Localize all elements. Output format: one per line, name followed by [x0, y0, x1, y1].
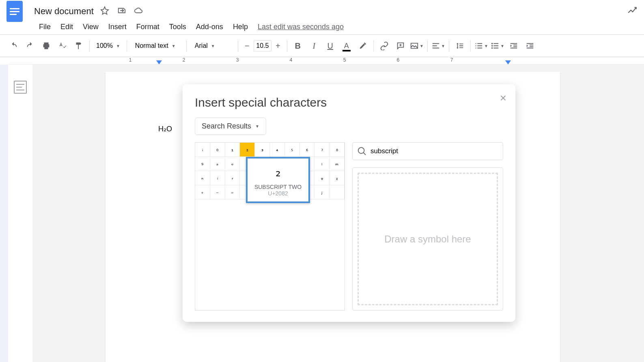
character-cell[interactable]: ₊	[195, 185, 210, 199]
decrease-font-size-button[interactable]: −	[241, 39, 253, 52]
character-cell[interactable]: ₃	[255, 143, 270, 157]
character-cell[interactable]: ᵢ	[210, 171, 225, 185]
horizontal-ruler[interactable]: 1 2 3 4 5 6 7	[8, 57, 644, 64]
svg-point-1	[491, 45, 493, 47]
character-cell[interactable]: ₋	[210, 185, 225, 199]
menu-bar: File Edit View Insert Format Tools Add-o…	[0, 19, 644, 34]
align-button[interactable]: ▼	[431, 39, 446, 53]
last-edit-link[interactable]: Last edit was seconds ago	[258, 23, 344, 31]
menu-insert[interactable]: Insert	[108, 23, 127, 31]
increase-indent-button[interactable]	[523, 39, 537, 53]
special-characters-dialog: × Insert special characters Search Resul…	[183, 84, 515, 322]
menu-edit[interactable]: Edit	[60, 23, 73, 31]
ruler-tick: 4	[264, 57, 318, 64]
insert-image-button[interactable]: ▼	[409, 39, 424, 53]
document-content[interactable]: H₂O	[158, 125, 172, 133]
bold-button[interactable]: B	[291, 39, 305, 53]
redo-button[interactable]	[23, 39, 37, 53]
add-comment-button[interactable]	[393, 39, 408, 53]
character-cell[interactable]: ₘ	[330, 157, 345, 171]
svg-point-2	[491, 47, 493, 49]
character-cell[interactable]: ₗ	[314, 157, 330, 171]
ruler-tick: 6	[371, 57, 425, 64]
show-outline-button[interactable]	[14, 81, 27, 94]
numbered-list-button[interactable]: ▼	[474, 39, 489, 53]
draw-symbol-panel[interactable]: Draw a symbol here	[352, 167, 503, 311]
zoom-select[interactable]: 100%▼	[93, 42, 123, 49]
title-bar: New document	[0, 0, 644, 19]
character-cell[interactable]: ₌	[225, 185, 240, 199]
font-select[interactable]: Arial▼	[190, 42, 235, 49]
vertical-ruler[interactable]	[0, 64, 8, 362]
character-cell[interactable]: ⱼ	[314, 185, 330, 199]
increase-font-size-button[interactable]: +	[272, 39, 284, 52]
character-tooltip: ₂ SUBSCRIPT TWO U+2082	[246, 157, 310, 203]
category-dropdown[interactable]: Search Results▼	[195, 118, 266, 135]
character-cell[interactable]: ₁	[225, 143, 240, 157]
paragraph-style-select[interactable]: Normal text▼	[130, 42, 183, 49]
character-cell[interactable]: ᵪ	[330, 171, 345, 185]
tooltip-name: SUBSCRIPT TWO	[250, 184, 306, 190]
bulleted-list-button[interactable]: ▼	[490, 39, 505, 53]
character-cell[interactable]: ₇	[314, 143, 330, 157]
ruler-tick: 3	[211, 57, 264, 64]
document-title[interactable]: New document	[34, 6, 94, 17]
character-search-input[interactable]	[370, 147, 498, 155]
ruler-tick: 5	[318, 57, 371, 64]
character-cell[interactable]: ₑ	[225, 157, 240, 171]
close-button[interactable]: ×	[500, 92, 506, 105]
menu-tools[interactable]: Tools	[169, 23, 186, 31]
character-cell[interactable]: ᵣ	[225, 171, 240, 185]
ruler-tick: 1	[103, 57, 157, 64]
character-cell[interactable]	[330, 185, 345, 199]
character-cell[interactable]: ₀	[210, 143, 225, 157]
italic-button[interactable]: I	[307, 39, 321, 53]
character-cell[interactable]: ᵢ	[195, 143, 210, 157]
character-cell[interactable]: ₉	[195, 157, 210, 171]
menu-help[interactable]: Help	[233, 23, 248, 31]
spellcheck-button[interactable]	[55, 39, 70, 53]
highlight-button[interactable]	[355, 39, 370, 53]
ruler-tick: 2	[157, 57, 211, 64]
menu-file[interactable]: File	[39, 23, 51, 31]
menu-addons[interactable]: Add-ons	[196, 23, 223, 31]
decrease-indent-button[interactable]	[506, 39, 521, 53]
character-cell[interactable]: ₙ	[195, 171, 210, 185]
underline-button[interactable]: U	[323, 39, 338, 53]
indent-marker-right[interactable]	[505, 60, 511, 64]
line-spacing-button[interactable]	[452, 39, 467, 53]
font-size-input[interactable]	[254, 40, 271, 51]
character-cell[interactable]: ₈	[330, 143, 345, 157]
character-cell[interactable]: ₐ	[210, 157, 225, 171]
character-grid: ᵢ₀₁₂₃₄₅₆₇₈₉ₐₑₒₓₔₕₖₗₘₙᵢᵣᵤᵥₓᵦᵧᵩᵪ₊₋₌₍₎⨧ᵤ⩽ⱼ …	[195, 142, 345, 311]
tooltip-code: U+2082	[250, 190, 306, 197]
cloud-status-icon[interactable]	[134, 6, 143, 17]
draw-symbol-placeholder: Draw a symbol here	[358, 173, 498, 305]
search-icon	[358, 147, 366, 156]
character-cell[interactable]: ₂	[240, 143, 255, 157]
character-search-box[interactable]	[352, 142, 503, 160]
tooltip-char: ₂	[250, 164, 306, 180]
insert-link-button[interactable]	[377, 39, 392, 53]
svg-point-0	[491, 43, 493, 45]
docs-logo[interactable]	[6, 1, 23, 22]
indent-marker-left[interactable]	[156, 60, 162, 64]
star-icon[interactable]	[100, 6, 109, 17]
undo-button[interactable]	[6, 39, 21, 53]
toolbar: 100%▼ Normal text▼ Arial▼ − + B I U A ▼ …	[0, 34, 644, 57]
character-cell[interactable]: ₄	[270, 143, 285, 157]
print-button[interactable]	[39, 39, 54, 53]
menu-view[interactable]: View	[83, 23, 99, 31]
character-cell[interactable]: ₆	[300, 143, 315, 157]
activity-icon[interactable]	[627, 5, 638, 17]
move-icon[interactable]	[117, 6, 126, 17]
paint-format-button[interactable]	[71, 39, 86, 53]
text-color-button[interactable]: A	[339, 39, 354, 53]
ruler-tick: 7	[425, 57, 478, 64]
character-cell[interactable]: ₅	[285, 143, 300, 157]
menu-format[interactable]: Format	[136, 23, 159, 31]
character-cell[interactable]: ᵩ	[314, 171, 330, 185]
dialog-title: Insert special characters	[195, 96, 503, 109]
